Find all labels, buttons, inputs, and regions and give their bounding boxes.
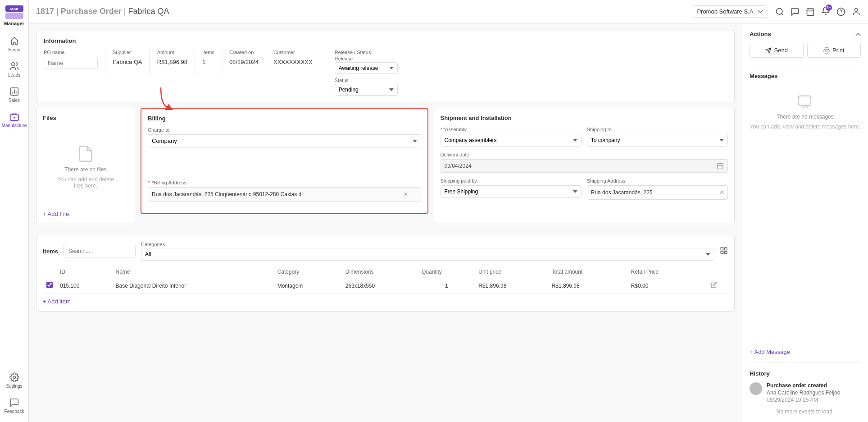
calendar-small-icon <box>717 162 724 170</box>
release-select[interactable]: Awaiting release <box>335 62 398 74</box>
po-name-input[interactable] <box>44 57 98 69</box>
supplier-field: Supplier Fabrica QA <box>113 50 142 65</box>
company-selector[interactable]: Promob Software S.A. <box>692 5 768 18</box>
feedback-label: Feedback <box>5 409 24 414</box>
row-unit-price: R$1,896.98 <box>475 278 548 294</box>
items-title: Items <box>43 248 58 255</box>
calendar-icon[interactable] <box>806 7 815 16</box>
messages-empty-subtitle: You can add, view and delete messages he… <box>750 124 860 130</box>
sidebar-item-settings[interactable]: Settings <box>2 369 27 392</box>
shipping-address-clear[interactable]: × <box>720 188 724 197</box>
feedback-icon <box>9 398 19 408</box>
grid-view-icon[interactable] <box>720 247 728 256</box>
topbar-icons: 5+ <box>775 6 861 17</box>
sidebar-item-manufacture[interactable]: Manufacture <box>2 108 27 132</box>
row-retail-price: R$0.00 <box>627 278 700 294</box>
chevron-up-icon <box>855 32 861 36</box>
add-message-button[interactable]: + Add Message <box>750 349 861 355</box>
charge-to-label: Charge to <box>148 127 421 133</box>
billing-shipment-container: Billing Charge to Company *Billing Ad <box>141 108 735 229</box>
supplier-value: Fabrica QA <box>113 59 142 65</box>
billing-address-value[interactable]: Rua dos Jacarandás, 225 Cinqüentenário 9… <box>148 187 421 202</box>
add-item-label: + Add item <box>43 298 71 305</box>
sidebar-item-sales[interactable]: Sales <box>2 83 27 106</box>
created-label: Created on <box>229 50 259 55</box>
send-button[interactable]: Send <box>750 43 804 58</box>
search-icon[interactable] <box>775 7 784 16</box>
sidebar-item-home[interactable]: Home <box>2 32 27 56</box>
shipping-to-label: Shipping to <box>587 127 728 132</box>
col-id: ID <box>56 266 112 278</box>
status-select[interactable]: Pending <box>335 84 398 96</box>
release-group: Release / Status Release Awaiting releas… <box>335 50 398 74</box>
actions-chevron[interactable] <box>855 31 861 37</box>
print-button[interactable]: Print <box>807 43 861 58</box>
shipping-paid-select[interactable]: Free Shipping <box>441 185 582 198</box>
manufacture-label: Manufacture <box>2 123 27 128</box>
po-name-label: PO name <box>44 50 98 55</box>
sidebar-item-leads[interactable]: Leads <box>2 58 27 81</box>
add-file-button[interactable]: + Add File <box>43 211 128 217</box>
row-total-amount: R$1,896.98 <box>548 278 627 294</box>
edit-icon <box>711 282 717 288</box>
billing-wrapper: Billing Charge to Company *Billing Ad <box>141 108 428 229</box>
billing-section: Billing Charge to Company *Billing Ad <box>141 108 428 214</box>
row-edit-cell[interactable] <box>700 278 728 294</box>
col-quantity: Quantity <box>418 266 475 278</box>
chat-icon[interactable] <box>791 7 800 16</box>
status-group: Status Pending <box>335 78 398 96</box>
table-header-row: ID Name Category Dimensions Quantity Uni… <box>43 266 728 278</box>
release-label: Release / Status <box>335 50 398 55</box>
shipping-address-field: Shipping Address Rua dos Jacarandás, 225… <box>587 178 728 200</box>
categories-wrapper: Categories All <box>141 242 714 261</box>
history-title: History <box>750 370 861 377</box>
delivery-date-value: 09/04/2024 <box>445 163 717 169</box>
divider6 <box>320 50 320 75</box>
row-checkbox[interactable] <box>46 282 53 288</box>
col-total-amount: Total amount <box>548 266 627 278</box>
release-sub-label: Release <box>335 56 398 61</box>
categories-select[interactable]: All <box>141 248 714 261</box>
charge-to-select[interactable]: Company <box>148 134 421 147</box>
middle-row: Files There are no files You can add and… <box>36 108 735 229</box>
items-header: Items Categories All <box>43 242 728 261</box>
col-retail-price: Retail Price <box>627 266 700 278</box>
shipping-address-value[interactable]: Rua dos Jacarandás, 225 × <box>587 185 728 200</box>
sales-icon <box>9 87 19 96</box>
customer-field: Customer XXXXXXXXXX <box>273 50 313 65</box>
svg-text:MGR: MGR <box>10 7 18 11</box>
notification-badge[interactable]: 5+ <box>821 6 830 17</box>
categories-label: Categories <box>141 242 714 247</box>
history-panel: History Purchase order created Ana Carol… <box>750 370 861 415</box>
po-info-row: PO name Supplier Fabrica QA Amount R$1,8… <box>44 50 727 96</box>
home-label: Home <box>8 47 20 52</box>
files-empty-title: There are no files <box>64 166 106 173</box>
release-status-field: Release / Status Release Awaiting releas… <box>335 50 398 96</box>
logo-icon: MGR <box>5 5 24 20</box>
user-icon[interactable] <box>852 7 861 16</box>
svg-line-10 <box>782 13 783 15</box>
row-name: Base Diagonal Direito Inferior <box>112 278 273 294</box>
files-empty-subtitle: You can add and delete files here. <box>52 176 119 189</box>
topbar: 1817 | Purchase Order | Fabrica QA Promo… <box>29 0 868 23</box>
row-checkbox-cell[interactable] <box>43 278 56 294</box>
delivery-date-input[interactable]: 09/04/2024 <box>441 159 728 173</box>
history-content: Purchase order created Ana Caroline Rodr… <box>767 382 840 403</box>
svg-point-17 <box>855 8 858 11</box>
shipping-address-label: Shipping Address <box>587 178 728 183</box>
history-date: 08/29/2024 10:25 AM <box>767 397 840 403</box>
shipping-to-select[interactable]: To company <box>587 134 728 147</box>
messages-empty-icon <box>797 94 813 110</box>
billing-address-clear[interactable]: × <box>404 190 408 198</box>
created-field: Created on 08/29/2024 <box>229 50 259 65</box>
assembly-select[interactable]: Company assemblers <box>441 134 582 147</box>
help-icon[interactable] <box>836 7 845 16</box>
sidebar-item-feedback[interactable]: Feedback <box>2 394 27 417</box>
svg-point-9 <box>777 8 782 14</box>
billing-address-label: *Billing Address <box>148 180 421 185</box>
svg-rect-1 <box>5 13 23 19</box>
add-item-button[interactable]: + Add item <box>43 298 728 305</box>
items-search-input[interactable] <box>64 245 136 257</box>
items-label: Items <box>202 50 214 55</box>
breadcrumb-sep1: | <box>56 7 61 16</box>
